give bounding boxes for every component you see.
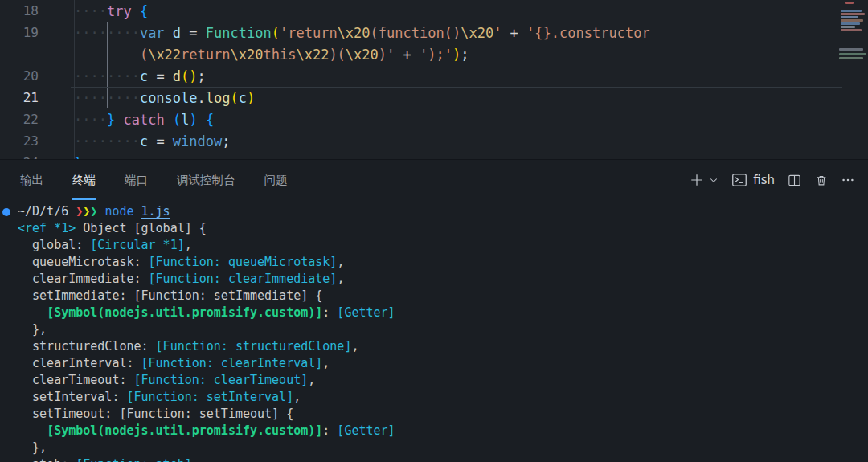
code-editor[interactable]: 18····try {19········var d = Function('r… [0,0,868,159]
line-number[interactable]: 18 [0,3,39,18]
code-line-wrap[interactable]: (\x22return\x20this\x22)(\x20)' + ');'); [0,43,868,65]
terminal-row-8[interactable]: structuredClone: [Function: structuredCl… [18,338,868,355]
panel-tab-输出[interactable]: 输出 [20,160,43,200]
code-text: (\x22return\x20this\x22)(\x20)' + ');'); [39,47,469,63]
minimap-line [839,48,863,51]
code-text: ········c = window; [39,133,231,149]
panel-tab-active-终端[interactable]: 终端 [72,160,96,200]
minimap-line [841,22,860,25]
minimap-line [841,16,858,18]
minimap-line [845,2,854,4]
terminal-row-1[interactable]: <ref *1> Object [global] { [18,220,868,237]
code-text: ····} catch (l) { [39,112,214,128]
panel-header: 输出终端端口调试控制台问题 fish [0,160,868,200]
line-number[interactable]: 20 [0,68,39,84]
code-text: ········console.log(c) [39,90,255,106]
shell-name-label: fish [753,173,775,187]
code-line-21[interactable]: 21········console.log(c) [0,87,868,108]
panel-tab-端口[interactable]: 端口 [125,160,148,200]
panel-tab-调试控制台[interactable]: 调试控制台 [177,160,235,200]
terminal-row-4[interactable]: clearImmediate: [Function: clearImmediat… [18,271,868,288]
terminal-row-6[interactable]: [Symbol(nodejs.util.promisify.custom)]: … [18,305,868,321]
terminal-row-7[interactable]: }, [18,321,868,338]
code-line-22[interactable]: 22····} catch (l) { [0,108,868,130]
terminal-row-13[interactable]: [Symbol(nodejs.util.promisify.custom)]: … [18,423,868,440]
minimap-line [839,53,866,55]
terminal-row-10[interactable]: clearTimeout: [Function: clearTimeout], [18,372,868,389]
minimap-line [841,19,863,22]
terminal-row-12[interactable]: setTimeout: [Function: setTimeout] { [18,406,868,423]
command-decoration-dot[interactable] [2,208,10,216]
terminal-row-5[interactable]: setImmediate: [Function: setImmediate] { [18,288,868,305]
terminal-icon [731,171,748,189]
split-terminal-icon[interactable] [787,173,802,188]
code-text: ····try { [39,3,148,19]
terminal-row-9[interactable]: clearInterval: [Function: clearInterval]… [18,355,868,372]
panel-tab-问题[interactable]: 问题 [264,160,288,200]
code-line-18[interactable]: 18····try { [0,0,868,22]
kill-terminal-trash-icon[interactable] [814,173,829,188]
bottom-panel: 输出终端端口调试控制台问题 fish ~/D/t/6 ❯❯❯ node 1.js… [0,159,868,462]
code-line-19[interactable]: 19········var d = Function('return\x20(f… [0,22,868,43]
line-number[interactable]: 22 [0,112,39,127]
terminal-row-15[interactable]: atob: [Function: atob], [18,456,868,462]
plus-icon [690,173,704,187]
terminal-shell-selector[interactable]: fish [731,171,775,189]
panel-tabs: 输出终端端口调试控制台问题 [0,160,288,200]
terminal-row-3[interactable]: queueMicrotask: [Function: queueMicrotas… [18,254,868,271]
code-line-24[interactable]: 24} [0,152,868,159]
new-terminal-button[interactable] [690,173,719,187]
terminal-prompt-row[interactable]: ~/D/t/6 ❯❯❯ node 1.js [18,203,868,220]
line-number[interactable]: 19 [0,25,39,40]
code-line-23[interactable]: 23········c = window; [0,130,868,152]
code-text: ········var d = Function('return\x20(fun… [39,25,650,41]
minimap-line [841,29,862,31]
panel-actions: fish [690,160,855,200]
terminal-row-11[interactable]: setInterval: [Function: setInterval], [18,389,868,406]
terminal-row-2[interactable]: global: [Circular *1], [18,237,868,254]
code-lines: 18····try {19········var d = Function('r… [0,0,868,159]
line-number[interactable]: 21 [0,90,39,105]
minimap-line [841,13,865,15]
terminal-row-14[interactable]: }, [18,440,868,456]
code-line-20[interactable]: 20········c = d(); [0,65,868,87]
line-number[interactable]: 23 [0,133,39,149]
minimap-line [839,57,863,59]
code-text: ········c = d(); [39,68,206,84]
terminal-output[interactable]: ~/D/t/6 ❯❯❯ node 1.js<ref *1> Object [gl… [0,200,868,462]
minimap-line [841,10,862,12]
more-actions-icon[interactable] [841,173,855,187]
minimap-line [841,26,855,28]
minimap[interactable] [837,0,868,88]
chevron-down-icon [709,175,719,185]
